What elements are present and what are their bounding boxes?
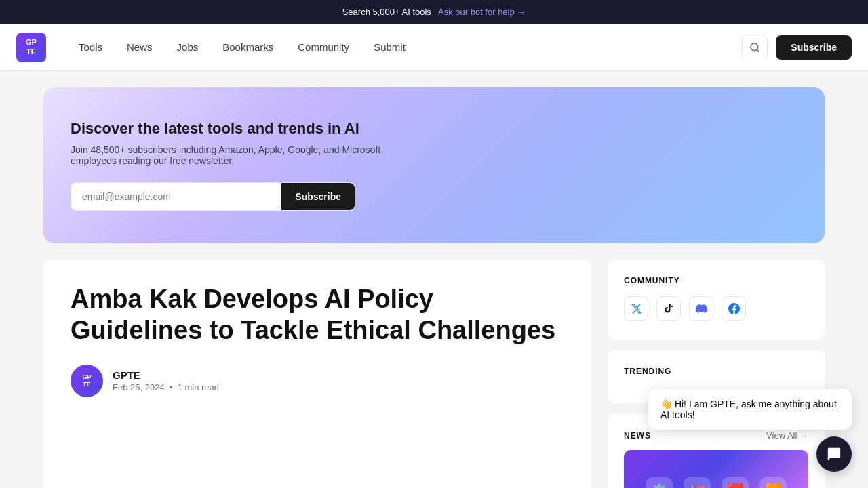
facebook-icon[interactable]	[722, 296, 746, 321]
author-row: GP TE GPTE Feb 25, 2024 • 1 min read	[71, 365, 564, 397]
author-avatar: GP TE	[71, 365, 103, 397]
banner-link[interactable]: Ask our bot for help →	[438, 7, 526, 17]
header-subscribe-button[interactable]: Subscribe	[776, 35, 852, 60]
nav-item-submit[interactable]: Submit	[363, 36, 416, 58]
newsletter-description: Join 48,500+ subscribers including Amazo…	[71, 144, 396, 166]
author-info: GPTE Feb 25, 2024 • 1 min read	[113, 369, 219, 392]
article-read-time: 1 min read	[178, 382, 219, 392]
nav-item-community[interactable]: Community	[287, 36, 360, 58]
logo-box: GP TE	[16, 33, 46, 62]
nav-item-jobs[interactable]: Jobs	[166, 36, 210, 58]
svg-line-1	[757, 49, 759, 52]
nav-item-bookmarks[interactable]: Bookmarks	[212, 36, 284, 58]
news-title: NEWS	[624, 431, 651, 441]
top-banner: Search 5,000+ AI tools Ask our bot for h…	[0, 0, 868, 24]
news-icon-4: ▶️	[760, 477, 787, 488]
nav-item-news[interactable]: News	[116, 36, 163, 58]
logo[interactable]: GP TE	[16, 33, 46, 62]
email-input[interactable]	[71, 183, 281, 210]
author-name: GPTE	[113, 369, 219, 381]
community-title: COMMUNITY	[624, 276, 808, 285]
article-title: Amba Kak Develops AI Policy Guidelines t…	[71, 284, 564, 346]
tiktok-icon[interactable]	[656, 296, 681, 321]
news-image-icons: ⚙️ 🐙 🟥 ▶️	[646, 477, 787, 488]
newsletter-title: Discover the latest tools and trends in …	[71, 120, 797, 138]
email-form: Subscribe	[71, 182, 355, 211]
newsletter-subscribe-button[interactable]: Subscribe	[281, 183, 355, 210]
news-icon-3: 🟥	[722, 477, 749, 488]
twitter-icon[interactable]	[624, 296, 648, 321]
header: GP TE Tools News Jobs Bookmarks Communit…	[0, 24, 868, 71]
nav-item-tools[interactable]: Tools	[68, 36, 113, 58]
newsletter-hero: Discover the latest tools and trends in …	[43, 87, 825, 243]
author-meta: Feb 25, 2024 • 1 min read	[113, 382, 219, 392]
social-icons	[624, 296, 808, 321]
nav-right: Subscribe	[742, 35, 852, 60]
news-icon-1: ⚙️	[646, 477, 673, 488]
chat-button[interactable]	[816, 436, 852, 472]
news-icon-2: 🐙	[684, 477, 711, 488]
banner-text: Search 5,000+ AI tools	[342, 7, 431, 17]
chat-message: 👋 Hi! I am GPTE, ask me anything about A…	[648, 389, 852, 430]
main-nav: Tools News Jobs Bookmarks Community Subm…	[68, 36, 742, 58]
chat-widget: 👋 Hi! I am GPTE, ask me anything about A…	[648, 389, 852, 472]
discord-icon[interactable]	[689, 296, 713, 321]
article-date: Feb 25, 2024	[113, 382, 165, 392]
article-section: Amba Kak Develops AI Policy Guidelines t…	[43, 260, 591, 488]
trending-title: TRENDING	[624, 367, 808, 376]
search-button[interactable]	[742, 35, 768, 60]
community-card: COMMUNITY	[608, 260, 825, 340]
